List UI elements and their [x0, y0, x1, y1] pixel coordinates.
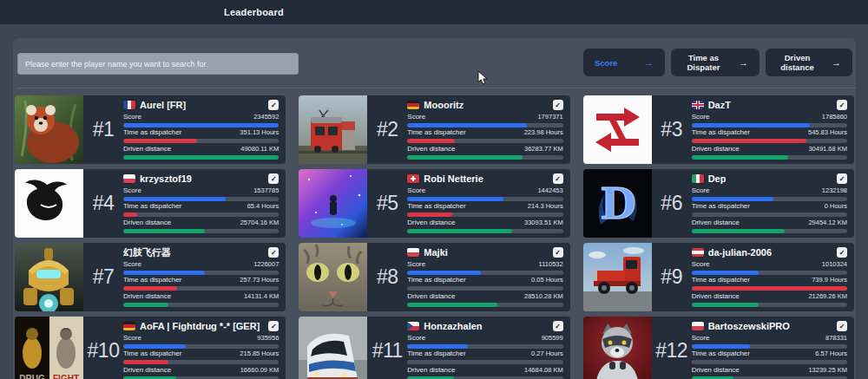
player-stats: Aurel [FR] ✓ Score 2345592 Time as dispa… [123, 95, 286, 164]
rank-label: #7 [83, 243, 123, 311]
compare-checkbox[interactable]: ✓ [268, 173, 279, 184]
score-label: Score [123, 113, 141, 121]
time-stat: Time as dispatcher 0.27 Hours [407, 350, 562, 364]
player-card[interactable]: #1 Aurel [FR] ✓ Score 2345592 Time as di… [15, 95, 286, 164]
time-label: Time as dispatcher [123, 202, 181, 210]
distance-stat: Driven distance 49080.11 KM [123, 145, 279, 160]
player-name: Moooritz [424, 100, 464, 110]
de-flag-icon [123, 322, 135, 330]
compare-checkbox[interactable]: ✓ [837, 321, 847, 331]
rank-label: #6 [652, 169, 692, 238]
avatar-blue-flame-d: D [583, 169, 652, 238]
score-label: Score [692, 334, 710, 342]
time-value: 6.57 Hours [815, 350, 847, 357]
time-stat: Time as dispatcher 223.98 Hours [407, 128, 562, 143]
time-bar [692, 360, 847, 364]
sort-by-score-label: Score [595, 58, 617, 68]
time-value: 65.4 Hours [247, 202, 279, 210]
player-stats: Dep ✓ Score 1232198 Time as dispatcher 0… [692, 169, 854, 238]
player-card[interactable]: #7 幻肢飞行器 ✓ Score 1226007 Time as dispatc… [15, 243, 286, 311]
distance-stat: Driven distance 25704.16 KM [123, 219, 279, 233]
player-card[interactable]: DRUG FIGHT #10 AoFA | Fightdrug *-* [GER… [15, 317, 286, 379]
player-card[interactable]: #9 da-julian-2006 ✓ Score 1010324 Time a… [583, 243, 854, 311]
svg-text:FIGHT: FIGHT [53, 374, 79, 379]
score-bar [123, 197, 279, 201]
score-value: 1537785 [253, 186, 279, 194]
time-bar [692, 286, 847, 291]
avatar-raccoon-art [583, 317, 652, 379]
player-card[interactable]: #4 krzysztof19 ✓ Score 1537785 Time as d… [15, 169, 286, 238]
distance-stat: Driven distance 33093.51 KM [407, 219, 562, 233]
player-name: BartoszewskiPRO [708, 321, 790, 331]
score-bar [123, 271, 279, 275]
compare-checkbox[interactable]: ✓ [837, 247, 847, 258]
at-flag-icon [692, 248, 704, 257]
player-card[interactable]: D #6 Dep ✓ Score 1232198 Time as dispatc… [583, 169, 854, 238]
avatar-bull-logo [15, 169, 83, 238]
distance-label: Driven distance [123, 219, 171, 226]
pl-flag-icon [407, 248, 419, 257]
player-card[interactable]: #2 Moooritz ✓ Score 1797371 Time as disp… [299, 95, 569, 164]
compare-checkbox[interactable]: ✓ [553, 247, 563, 258]
time-bar [407, 360, 562, 364]
time-stat: Time as dispatcher 65.4 Hours [123, 202, 279, 217]
compare-checkbox[interactable]: ✓ [837, 173, 847, 184]
time-label: Time as dispatcher [692, 128, 750, 136]
score-stat: Score 878331 [692, 334, 847, 349]
player-card[interactable]: #5 Robi Netterie ✓ Score 1442453 Time as… [299, 169, 569, 238]
time-bar [692, 212, 847, 217]
player-card[interactable]: #3 DazT ✓ Score 1785860 Time as dispatch… [583, 95, 854, 164]
pl-flag-icon [692, 322, 704, 330]
time-value: 0.05 Hours [531, 276, 563, 284]
distance-stat: Driven distance 28510.28 KM [407, 292, 562, 307]
distance-stat: Driven distance 14684.08 KM [407, 366, 562, 379]
distance-value: 36283.77 KM [524, 145, 563, 153]
distance-bar [407, 303, 562, 307]
distance-label: Driven distance [407, 219, 455, 226]
score-value: 1232198 [822, 186, 847, 194]
player-search-input[interactable] [17, 53, 299, 75]
time-bar [407, 212, 562, 217]
score-stat: Score 1785860 [692, 113, 847, 127]
player-stats: DazT ✓ Score 1785860 Time as dispatcher … [692, 95, 854, 164]
compare-checkbox[interactable]: ✓ [553, 173, 563, 184]
score-value: 1442453 [537, 186, 562, 194]
score-value: 1010324 [822, 260, 847, 268]
compare-checkbox[interactable]: ✓ [553, 100, 563, 110]
compare-checkbox[interactable]: ✓ [837, 100, 847, 110]
sort-by-distance-button[interactable]: Driven distance → [766, 49, 852, 76]
time-label: Time as dispatcher [407, 350, 465, 357]
player-card[interactable]: #8 Majki ✓ Score 1110532 Time as dispatc… [299, 243, 569, 311]
fr-flag-icon [123, 101, 135, 109]
player-card[interactable]: #12 BartoszewskiPRO ✓ Score 878331 Time … [583, 317, 854, 379]
score-stat: Score 1232198 [692, 186, 847, 201]
rank-label: #1 [83, 95, 123, 164]
avatar-drug-fight-cartoon: DRUG FIGHT [15, 317, 83, 379]
time-stat: Time as dispatcher 6.57 Hours [692, 350, 847, 364]
pl-flag-icon [123, 174, 135, 183]
distance-label: Driven distance [407, 292, 455, 300]
compare-checkbox[interactable]: ✓ [268, 100, 279, 110]
time-value: 545.83 Hours [808, 128, 847, 136]
avatar-cat-face [299, 243, 367, 311]
score-stat: Score 1010324 [692, 260, 847, 275]
score-label: Score [692, 186, 710, 194]
distance-bar [123, 303, 279, 307]
player-stats: BartoszewskiPRO ✓ Score 878331 Time as d… [692, 317, 854, 379]
time-stat: Time as dispatcher 0.05 Hours [407, 276, 562, 291]
player-stats: krzysztof19 ✓ Score 1537785 Time as disp… [123, 169, 286, 238]
compare-checkbox[interactable]: ✓ [268, 321, 279, 331]
compare-checkbox[interactable]: ✓ [268, 247, 279, 258]
player-card[interactable]: #11 Honzazhalen ✓ Score 905599 Time as d… [299, 317, 569, 379]
sort-by-time-button[interactable]: Time as Dispater → [671, 49, 760, 76]
distance-bar [692, 155, 847, 160]
compare-checkbox[interactable]: ✓ [553, 321, 563, 331]
time-stat: Time as dispatcher 215.85 Hours [123, 350, 279, 364]
avatar-gold-robot [15, 243, 83, 311]
distance-value: 29454.12 KM [808, 219, 847, 226]
ch-flag-icon [407, 174, 419, 183]
leaderboard-panel: Score → Time as Dispater → Driven distan… [13, 38, 856, 379]
score-bar [692, 344, 847, 349]
sort-by-score-button[interactable]: Score → [583, 49, 665, 76]
rank-label: #12 [652, 317, 692, 379]
